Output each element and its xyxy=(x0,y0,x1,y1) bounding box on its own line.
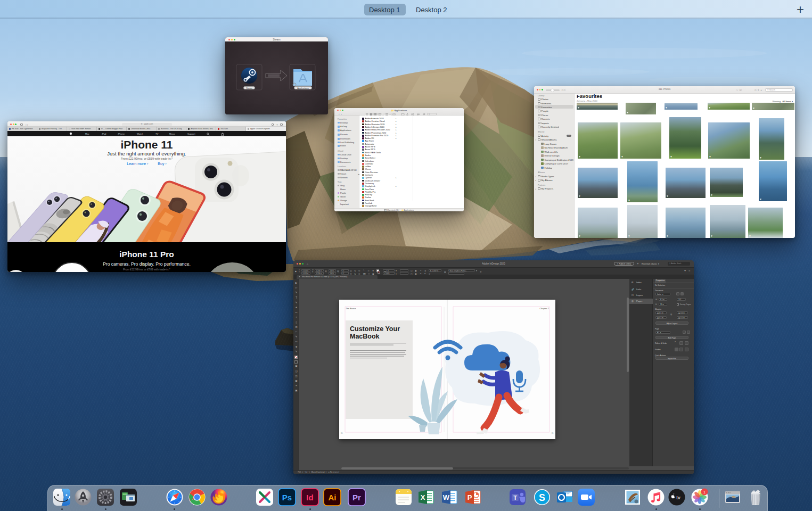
svg-text:Ps: Ps xyxy=(282,493,292,502)
svg-text:Chapter 2: Chapter 2 xyxy=(539,307,549,310)
svg-text:S: S xyxy=(539,492,545,503)
svg-text:tv: tv xyxy=(676,494,680,500)
svg-text:81: 81 xyxy=(552,432,554,434)
svg-text:80: 80 xyxy=(341,432,343,434)
svg-text:Id: Id xyxy=(306,493,313,502)
svg-text:P: P xyxy=(467,493,472,501)
svg-text:T: T xyxy=(513,494,517,501)
svg-text:MacBook: MacBook xyxy=(350,333,380,340)
svg-text:W: W xyxy=(443,493,450,501)
svg-text:Customize Your: Customize Your xyxy=(350,325,400,333)
svg-text:Ai: Ai xyxy=(329,493,337,502)
svg-text:X: X xyxy=(421,493,425,501)
svg-text:1: 1 xyxy=(703,490,706,494)
svg-text:The Basics: The Basics xyxy=(346,307,356,310)
svg-text:Pr: Pr xyxy=(352,493,361,502)
